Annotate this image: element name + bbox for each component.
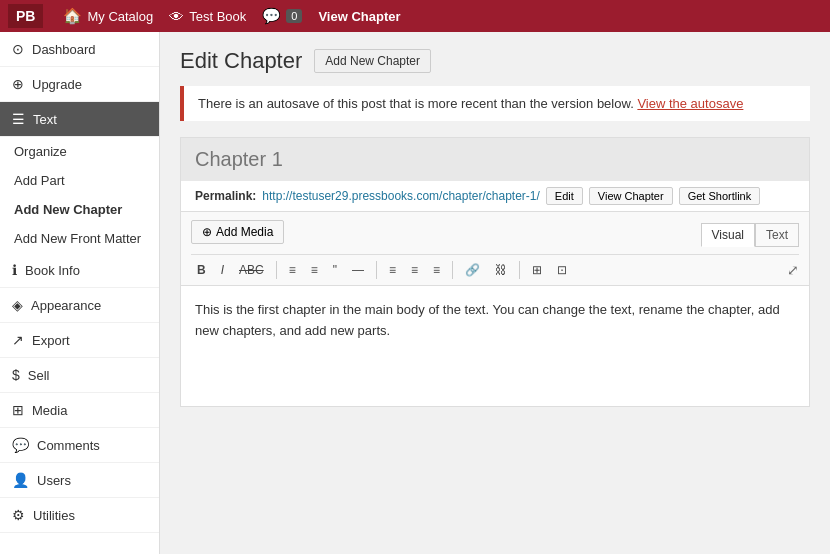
add-part-label: Add Part — [14, 173, 65, 188]
book-info-icon: ℹ — [12, 262, 17, 278]
catalog-label: My Catalog — [87, 9, 153, 24]
top-navigation-bar: PB 🏠 My Catalog 👁 Test Book 💬 0 View Cha… — [0, 0, 830, 32]
ordered-list-button[interactable]: ≡ — [305, 259, 324, 281]
users-icon: 👤 — [12, 472, 29, 488]
insert-link-button[interactable]: 🔗 — [459, 259, 486, 281]
add-media-label: Add Media — [216, 225, 273, 239]
chapter-title-bar — [181, 138, 809, 181]
upgrade-icon: ⊕ — [12, 76, 24, 92]
sidebar: ⊙ Dashboard ⊕ Upgrade ☰ Text Organize Ad… — [0, 32, 160, 554]
visual-text-tabs: Visual Text — [701, 223, 799, 247]
unordered-list-button[interactable]: ≡ — [283, 259, 302, 281]
sidebar-item-sell[interactable]: $ Sell — [0, 358, 159, 393]
sell-icon: $ — [12, 367, 20, 383]
book-label: Test Book — [189, 9, 246, 24]
my-catalog-link[interactable]: 🏠 My Catalog — [63, 7, 153, 25]
fullscreen-button[interactable]: ⤢ — [787, 262, 799, 278]
sidebar-item-media[interactable]: ⊞ Media — [0, 393, 159, 428]
media-icon: ⊞ — [12, 402, 24, 418]
bold-icon: B — [197, 263, 206, 277]
permalink-url: http://testuser29.pressbooks.com/chapter… — [262, 189, 539, 203]
toolbar-separator-1 — [276, 261, 277, 279]
organize-label: Organize — [14, 144, 67, 159]
autosave-link[interactable]: View the autosave — [637, 96, 743, 111]
sidebar-label-sell: Sell — [28, 368, 50, 383]
sidebar-item-book-info[interactable]: ℹ Book Info — [0, 253, 159, 288]
editor-toolbar-row: B I ABC ≡ ≡ " — ≡ ≡ ≡ 🔗 ⛓ ⊞ — [191, 254, 799, 285]
chapter-title-input[interactable] — [195, 148, 795, 171]
comments-link[interactable]: 💬 0 — [262, 7, 302, 25]
sidebar-label-text: Text — [33, 112, 57, 127]
edit-permalink-button[interactable]: Edit — [546, 187, 583, 205]
editor-box: Permalink: http://testuser29.pressbooks.… — [180, 137, 810, 407]
sidebar-item-appearance[interactable]: ◈ Appearance — [0, 288, 159, 323]
comments-count: 0 — [286, 9, 302, 23]
main-content: Edit Chapter Add New Chapter There is an… — [160, 32, 830, 554]
export-icon: ↗ — [12, 332, 24, 348]
permalink-label: Permalink: — [195, 189, 256, 203]
align-center-button[interactable]: ≡ — [405, 259, 424, 281]
blockquote-button[interactable]: " — [327, 259, 343, 281]
sidebar-item-utilities[interactable]: ⚙ Utilities — [0, 498, 159, 533]
dashboard-icon: ⊙ — [12, 41, 24, 57]
sidebar-subitem-organize[interactable]: Organize — [0, 137, 159, 166]
autosave-notice: There is an autosave of this post that i… — [180, 86, 810, 121]
get-shortlink-button[interactable]: Get Shortlink — [679, 187, 761, 205]
table2-button[interactable]: ⊡ — [551, 259, 573, 281]
sidebar-label-dashboard: Dashboard — [32, 42, 96, 57]
view-chapter-permalink-button[interactable]: View Chapter — [589, 187, 673, 205]
remove-link-button[interactable]: ⛓ — [489, 259, 513, 281]
text-icon: ☰ — [12, 111, 25, 127]
permalink-bar: Permalink: http://testuser29.pressbooks.… — [181, 181, 809, 212]
editor-content[interactable]: This is the first chapter in the main bo… — [181, 286, 809, 406]
sidebar-label-comments: Comments — [37, 438, 100, 453]
book-icon: 👁 — [169, 8, 184, 25]
editor-text: This is the first chapter in the main bo… — [195, 302, 780, 338]
sidebar-subitem-add-part[interactable]: Add Part — [0, 166, 159, 195]
sidebar-label-export: Export — [32, 333, 70, 348]
comments-icon: 💬 — [12, 437, 29, 453]
page-header: Edit Chapter Add New Chapter — [180, 48, 810, 74]
toolbar-separator-3 — [452, 261, 453, 279]
add-media-button[interactable]: ⊕ Add Media — [191, 220, 284, 244]
horizontal-rule-button[interactable]: — — [346, 259, 370, 281]
bold-button[interactable]: B — [191, 259, 212, 281]
page-title: Edit Chapter — [180, 48, 302, 74]
appearance-icon: ◈ — [12, 297, 23, 313]
sidebar-label-utilities: Utilities — [33, 508, 75, 523]
add-new-chapter-header-button[interactable]: Add New Chapter — [314, 49, 431, 73]
main-layout: ⊙ Dashboard ⊕ Upgrade ☰ Text Organize Ad… — [0, 32, 830, 554]
text-tab[interactable]: Text — [755, 223, 799, 247]
table-button[interactable]: ⊞ — [526, 259, 548, 281]
sidebar-label-book-info: Book Info — [25, 263, 80, 278]
view-chapter-top-button[interactable]: View Chapter — [318, 9, 400, 24]
pb-logo[interactable]: PB — [8, 4, 43, 28]
sidebar-subitem-add-new-chapter[interactable]: Add New Chapter — [0, 195, 159, 224]
sidebar-item-text[interactable]: ☰ Text — [0, 102, 159, 137]
align-right-button[interactable]: ≡ — [427, 259, 446, 281]
visual-tab[interactable]: Visual — [701, 223, 755, 247]
italic-button[interactable]: I — [215, 259, 230, 281]
sidebar-item-dashboard[interactable]: ⊙ Dashboard — [0, 32, 159, 67]
sidebar-subitem-add-front-matter[interactable]: Add New Front Matter — [0, 224, 159, 253]
toolbar-separator-4 — [519, 261, 520, 279]
add-media-icon: ⊕ — [202, 225, 212, 239]
sidebar-item-export[interactable]: ↗ Export — [0, 323, 159, 358]
sidebar-item-upgrade[interactable]: ⊕ Upgrade — [0, 67, 159, 102]
add-front-matter-label: Add New Front Matter — [14, 231, 141, 246]
strikethrough-icon: ABC — [239, 263, 264, 277]
sidebar-label-users: Users — [37, 473, 71, 488]
sidebar-item-users[interactable]: 👤 Users — [0, 463, 159, 498]
autosave-text: There is an autosave of this post that i… — [198, 96, 634, 111]
test-book-link[interactable]: 👁 Test Book — [169, 8, 246, 25]
sidebar-item-comments[interactable]: 💬 Comments — [0, 428, 159, 463]
toolbar-separator-2 — [376, 261, 377, 279]
catalog-icon: 🏠 — [63, 7, 82, 25]
align-left-button[interactable]: ≡ — [383, 259, 402, 281]
add-new-chapter-label: Add New Chapter — [14, 202, 122, 217]
italic-icon: I — [221, 263, 224, 277]
sidebar-label-appearance: Appearance — [31, 298, 101, 313]
strikethrough-button[interactable]: ABC — [233, 259, 270, 281]
editor-toolbar-area: ⊕ Add Media Visual Text B I ABC ≡ ≡ " — [181, 212, 809, 286]
utilities-icon: ⚙ — [12, 507, 25, 523]
